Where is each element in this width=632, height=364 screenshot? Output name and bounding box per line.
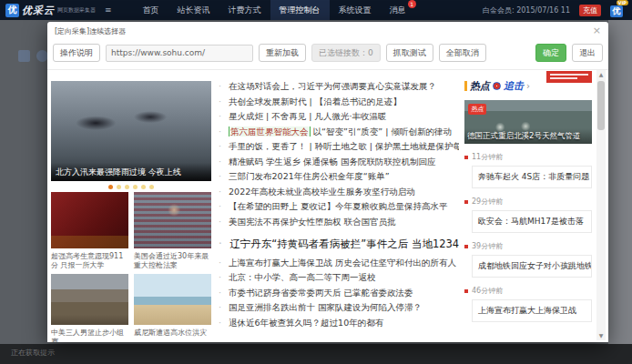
- scroll-down-icon[interactable]: ▼: [599, 331, 604, 340]
- hot-item: 11分钟前 奔驰车起火 4S店：非质量问题: [464, 152, 592, 188]
- embedded-webpage: 北方入汛来最强降雨过境 今夜上线 超强高考生意愿现911分 只报一所大学 美国会…: [47, 69, 608, 342]
- headline-link[interactable]: 手里的饭，更香了！ | 聆听土地之歌 | 保护黑土地就是保护每个…: [219, 141, 459, 151]
- notification-badge: 1: [408, 0, 416, 8]
- scroll-up-icon[interactable]: ▲: [599, 70, 604, 79]
- hot-item: 46分钟前 上海宣布打赢大上海保卫战: [464, 286, 592, 322]
- hot-item-link[interactable]: 欧安会：马航MH17是被击落: [472, 210, 592, 233]
- nav-item[interactable]: 消息 1: [381, 0, 415, 20]
- link-selector-dialog: [定向采集]连续选择器 × 操作说明 重新加载 已选链接数：0 抓取测试 全部取…: [47, 22, 608, 342]
- scrollbar-thumb[interactable]: [597, 81, 605, 130]
- headline-link[interactable]: 第六届世界智能大会 以“智变”引“质变” | 倾听创新的律动: [219, 126, 459, 136]
- headline-link[interactable]: 退休近6年被查算久吗？超过10年的都有: [219, 318, 459, 328]
- member-status: 白金会员: 2015/07/16 11: [483, 5, 570, 15]
- hot-item: 39分钟前 成都地铁回应女子对小孩跳地铁: [464, 241, 592, 278]
- target-icon: [493, 82, 501, 90]
- background-icon: [18, 50, 30, 62]
- logo-tagline: 网页数据采集器: [57, 6, 96, 15]
- headline-link[interactable]: 在这场对话会上，习近平为何强调要真心实意谋发展？: [219, 81, 459, 91]
- hero-caption: 北方入汛来最强降雨过境 今夜上线: [51, 163, 211, 181]
- headline-link[interactable]: 美国宪法不再保护女性堕胎权 联合国官员批: [219, 217, 459, 227]
- photo-caption[interactable]: 威尼斯遭遇高水位洪灾: [134, 329, 211, 342]
- hot-title-part2: 追击: [504, 79, 524, 93]
- carousel-dot[interactable]: [117, 185, 121, 189]
- carousel-dot[interactable]: [108, 185, 113, 189]
- top-navigation-bar: 优 优采云 网页数据采集器 ≡ 首页 站长资讯 计费方式: [0, 0, 632, 20]
- headline-link[interactable]: 精准赋码 学生返乡 保通保畅 国务院联防联控机制回应: [219, 157, 459, 167]
- carousel-dot[interactable]: [125, 185, 129, 189]
- close-icon[interactable]: ×: [593, 25, 601, 36]
- nav-item[interactable]: 首页: [134, 0, 168, 20]
- carousel-dot[interactable]: [133, 185, 138, 189]
- headline-link[interactable]: 国足亚洲排名跌出前十 国家队建设为何陷入停滞？: [219, 302, 459, 312]
- vip-logo-icon: 优: [610, 5, 623, 17]
- headline-list: 在这场对话会上，习近平为何强调要真心实意谋发展？ 共创全球发展新时代 | 【沿着…: [219, 81, 459, 328]
- url-input[interactable]: [106, 45, 253, 62]
- grab-test-button[interactable]: 抓取测试: [386, 44, 433, 62]
- hot-badge: 热点: [468, 104, 486, 115]
- photo-captions-row: 超强高考生意愿现911分 只报一所大学 美国会通过近30年来最重大控枪法案: [51, 252, 215, 270]
- selected-links-count: 已选链接数：0: [311, 44, 381, 62]
- headline-link[interactable]: 市委书记跻身省委常委两天后 已掌舵省委政法委: [219, 288, 459, 298]
- dialog-toolbar: 操作说明 重新加载 已选链接数：0 抓取测试 全部取消 确定 退出: [53, 42, 603, 64]
- vip-logo[interactable]: 优 VIP: [610, 3, 627, 17]
- help-button[interactable]: 操作说明: [53, 44, 100, 62]
- photo-caption[interactable]: 超强高考生意愿现911分 只报一所大学: [51, 252, 128, 270]
- carousel-dot[interactable]: [149, 185, 154, 189]
- hot-title-part1: 热点: [470, 79, 490, 93]
- hot-item-link[interactable]: 奔驰车起火 4S店：非质量问题: [472, 166, 592, 188]
- hot-item-time: 29分钟前: [464, 197, 592, 207]
- hot-item-time: 46分钟前: [464, 286, 592, 296]
- hot-feature-image[interactable]: 热点 德国正式重启北溪2号天然气管道: [464, 100, 592, 144]
- nav-item[interactable]: 系统设置: [330, 0, 381, 20]
- photo-caption[interactable]: 美国会通过近30年来最重大控枪法案: [134, 252, 211, 270]
- headline-link[interactable]: 2022年高校未就业高校毕业生服务攻坚行动启动: [219, 187, 459, 197]
- screen: 优 优采云 网页数据采集器 ≡ 首页 站长资讯 计费方式: [0, 0, 632, 364]
- news-photo-flood[interactable]: [51, 274, 128, 325]
- headline-link[interactable]: 共创全球发展新时代 | 【沿着总书记的足迹】: [219, 96, 459, 106]
- cancel-all-button[interactable]: 全部取消: [439, 44, 486, 62]
- headline-link[interactable]: 三部门发布2021年住房公积金年度“账单”: [219, 171, 459, 181]
- nav-item[interactable]: 站长资讯: [168, 0, 219, 20]
- main-nav: 首页 站长资讯 计费方式 管理控制台: [134, 0, 415, 20]
- logo-icon: 优: [5, 4, 19, 17]
- nav-item[interactable]: 计费方式: [219, 0, 270, 20]
- headline-link[interactable]: 星火成炬 | 不舍再见 | 凡人微光·丰收温暖: [219, 111, 459, 121]
- hot-item-link[interactable]: 成都地铁回应女子对小孩跳地铁: [472, 255, 592, 278]
- logo-text: 优采云: [22, 4, 55, 17]
- background-panel: [608, 20, 632, 364]
- hot-item-time: 39分钟前: [464, 241, 592, 251]
- selected-link-highlight[interactable]: 第六届世界智能大会: [229, 126, 311, 136]
- hot-item-link[interactable]: 上海宣布打赢大上海保卫战: [472, 299, 592, 322]
- background-status-text: 正在获取提示: [11, 348, 55, 358]
- hot-item-list: 11分钟前 奔驰车起火 4S店：非质量问题 29分钟前 欧安会：马航MH17是被…: [464, 152, 592, 322]
- hot-panel-header[interactable]: 热点 追击 ›: [464, 79, 592, 93]
- headline-link[interactable]: 【在希望的田野上 夏收记】今年夏粮收购总量保持高水平: [219, 201, 459, 211]
- photo-captions-row: 中美三人男篮止步小组赛 威尼斯遭遇高水位洪灾: [51, 329, 215, 342]
- background-footer: [0, 344, 632, 364]
- confirm-button[interactable]: 确定: [535, 44, 566, 62]
- news-photo-red-book[interactable]: [51, 192, 128, 248]
- headline-link[interactable]: 北京：中小学、高一高二等下周一返校: [219, 272, 459, 282]
- accent-bar: [464, 81, 467, 91]
- nav-item[interactable]: 管理控制台: [270, 0, 330, 20]
- recharge-button[interactable]: 充值: [579, 5, 601, 16]
- page-scrollbar[interactable]: ▲ ▼: [596, 70, 606, 340]
- hero-news-image[interactable]: 北方入汛来最强降雨过境 今夜上线: [51, 81, 211, 181]
- hot-news-panel: 热点 追击 › 热点 德国正式重启北溪2号天然气管道 11分钟前 奔驰车起火 4…: [464, 79, 592, 322]
- headline-link[interactable]: 上海宣布打赢大上海保卫战 历史会记住坚守和付出的所有人: [219, 258, 459, 268]
- photo-caption[interactable]: 中美三人男篮止步小组赛: [51, 329, 128, 342]
- reload-button[interactable]: 重新加载: [259, 44, 306, 62]
- chevron-right-icon: ›: [526, 81, 530, 91]
- dialog-title: [定向采集]连续选择器: [55, 26, 126, 36]
- hot-feature-caption: 德国正式重启北溪2号天然气管道: [467, 131, 589, 142]
- hot-item-time: 11分钟前: [464, 152, 592, 162]
- carousel-dots: [51, 185, 211, 189]
- carousel-dot[interactable]: [141, 185, 146, 189]
- headline-link[interactable]: 辽宁丹东“持黄码者看病被拦”事件之后 当地12345回应: [219, 238, 459, 250]
- menu-icon: ≡: [105, 5, 112, 15]
- vip-badge: VIP: [617, 0, 628, 5]
- exit-button[interactable]: 退出: [572, 44, 603, 62]
- news-photo-beach[interactable]: [134, 274, 211, 325]
- app-logo[interactable]: 优 优采云 网页数据采集器: [5, 4, 96, 17]
- news-photo-biden[interactable]: [134, 192, 211, 248]
